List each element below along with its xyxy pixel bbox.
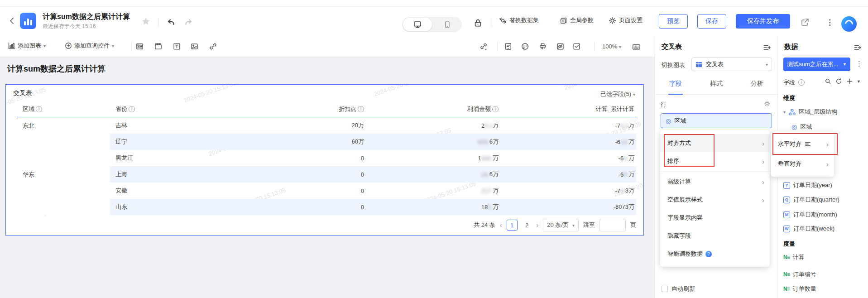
refresh-fields-icon[interactable]	[835, 78, 842, 85]
tab-字段[interactable]: 字段	[655, 80, 696, 94]
measure-field[interactable]: N≡订单编号	[783, 270, 816, 279]
cross-table-card[interactable]: 2024-05-20 15:13:052024-05-20 15:13:0520…	[5, 84, 644, 236]
tab-widget-icon[interactable]	[154, 43, 162, 50]
province-cell[interactable]: 吉林	[110, 117, 259, 134]
tree-expand-caret[interactable]: ▾	[783, 110, 786, 115]
preview-button[interactable]: 预览	[659, 14, 688, 29]
dimension-field[interactable]: M订单日期(month)	[783, 211, 837, 219]
redo-icon[interactable]	[184, 18, 193, 27]
menu-item[interactable]: 字段显示内容	[660, 209, 770, 227]
column-header[interactable]: 利润金额i	[366, 101, 500, 117]
submenu-item[interactable]: 水平对齐›	[771, 134, 834, 154]
quickbi-logo-icon[interactable]	[841, 16, 857, 32]
search-fields-icon[interactable]	[825, 78, 831, 85]
comment-icon[interactable]	[521, 43, 529, 50]
tab-分析[interactable]: 分析	[737, 80, 777, 94]
discount-cell[interactable]: 0	[259, 150, 366, 166]
replace-dataset-button[interactable]: 替换数据集	[499, 16, 539, 24]
menu-item[interactable]: 智能调整数据?	[660, 245, 770, 263]
back-button[interactable]	[8, 17, 16, 25]
dimension-field[interactable]: ◎区域	[791, 123, 812, 131]
mobile-view-toggle[interactable]	[433, 17, 462, 32]
profit-cell[interactable]: 217.万	[366, 183, 500, 199]
province-cell[interactable]: 山东	[110, 199, 259, 215]
discount-cell[interactable]: 0	[259, 199, 366, 215]
row-settings-gear-icon[interactable]	[764, 101, 770, 107]
hide-eye-icon[interactable]	[556, 43, 564, 50]
calc-cell[interactable]: -74.2万	[500, 117, 636, 134]
menu-item[interactable]: 对齐方式›	[660, 134, 770, 152]
region-cell[interactable]: 华东	[17, 166, 110, 215]
add-field-icon[interactable]	[846, 78, 853, 85]
province-cell[interactable]: 黑龙江	[110, 150, 259, 166]
batch-link-icon[interactable]	[480, 43, 488, 51]
discount-cell[interactable]: 0	[259, 183, 366, 199]
page-size-select[interactable]: 20 条/页▾	[543, 219, 579, 231]
auto-refresh-checkbox[interactable]	[662, 286, 668, 292]
jump-page-input[interactable]	[599, 219, 626, 231]
calc-cell[interactable]: -75.3万	[500, 183, 636, 199]
page-number-current[interactable]: 1	[507, 220, 518, 231]
submenu-item[interactable]: 垂直对齐›	[771, 154, 834, 174]
measure-field[interactable]: N≡订单数量	[783, 285, 816, 293]
dimension-field[interactable]: Q订单日期(quarter)	[783, 196, 839, 204]
province-cell[interactable]: 辽宁	[110, 134, 259, 150]
prev-page-icon[interactable]: ‹	[500, 221, 502, 229]
province-cell[interactable]: 上海	[110, 166, 259, 183]
zoom-level-control[interactable]: 100% ▾	[602, 43, 621, 50]
add-query-control-button[interactable]: 添加查询控件▾	[65, 42, 114, 50]
page-settings-button[interactable]: 页面设置	[609, 16, 643, 24]
dimension-field[interactable]: Y订单日期(year)	[783, 181, 832, 189]
chart-type-select[interactable]: 交叉表 ▾	[691, 58, 772, 71]
profit-cell[interactable]: 24.6万	[366, 166, 500, 183]
discount-cell[interactable]: 0	[259, 166, 366, 183]
profit-cell[interactable]: 1840.万	[366, 150, 500, 166]
profit-cell[interactable]: 25.1万	[366, 117, 500, 134]
next-page-icon[interactable]: ›	[537, 221, 539, 229]
collapse-panel-icon[interactable]	[763, 43, 771, 52]
link-widget-icon[interactable]	[209, 43, 217, 50]
save-publish-button[interactable]: 保存并发布	[736, 14, 790, 29]
tab-样式[interactable]: 样式	[696, 80, 737, 94]
lock-icon[interactable]	[474, 19, 482, 27]
calc-cell[interactable]: -613.万	[500, 134, 636, 150]
row-field-pill-region[interactable]: ◎ 区域	[661, 113, 772, 128]
column-header[interactable]: 计算_累计计算	[500, 101, 636, 117]
text-widget-icon[interactable]	[173, 43, 181, 50]
menu-item[interactable]: 空值展示样式›	[660, 191, 770, 209]
column-header[interactable]: 省份i	[110, 101, 259, 117]
discount-cell[interactable]: 20万	[259, 117, 366, 134]
save-button[interactable]: 保存	[697, 14, 726, 29]
measure-field[interactable]: N≡计算	[783, 253, 805, 261]
global-params-button[interactable]: 全局参数	[560, 16, 594, 24]
profit-cell[interactable]: 605.6万	[366, 134, 500, 150]
container-widget-icon[interactable]	[136, 43, 144, 50]
image-widget-icon[interactable]	[191, 43, 198, 50]
desktop-view-toggle[interactable]	[403, 18, 432, 31]
note-icon[interactable]	[504, 43, 512, 50]
dimension-field[interactable]: ▾区域_层级结构	[783, 108, 837, 116]
undo-icon[interactable]	[167, 18, 176, 27]
calc-cell[interactable]: -8073万	[500, 199, 636, 215]
page-number-2[interactable]: 2	[522, 220, 532, 230]
province-cell[interactable]: 安徽	[110, 183, 259, 199]
collapse-data-panel-icon[interactable]	[854, 43, 862, 52]
dataset-select-button[interactable]: 测试sum之后在累... ▼	[783, 58, 850, 71]
menu-item[interactable]: 排序›	[660, 152, 770, 170]
dimension-field[interactable]: W订单日期(week)	[783, 225, 834, 233]
discount-cell[interactable]: 60万	[259, 134, 366, 150]
region-cell[interactable]: 东北	[17, 117, 110, 166]
keyboard-shortcuts-icon[interactable]	[632, 43, 641, 51]
checkbox-tool-icon[interactable]	[573, 43, 580, 50]
menu-item[interactable]: 高级计算›	[660, 173, 770, 191]
clean-brush-icon[interactable]	[539, 43, 547, 50]
calc-cell[interactable]: -68.万	[500, 150, 636, 166]
share-icon[interactable]	[801, 18, 810, 27]
star-icon[interactable]	[141, 17, 150, 26]
column-header[interactable]: 折扣点i	[259, 101, 366, 117]
dataset-more-icon[interactable]: ⋮	[856, 60, 863, 68]
calc-cell[interactable]: -69.万	[500, 166, 636, 183]
profit-cell[interactable]: 180.万	[366, 199, 500, 215]
add-chart-button[interactable]: 添加图表▾	[8, 42, 46, 50]
selected-fields-dropdown[interactable]: 已选字段(5)▾	[600, 90, 635, 98]
